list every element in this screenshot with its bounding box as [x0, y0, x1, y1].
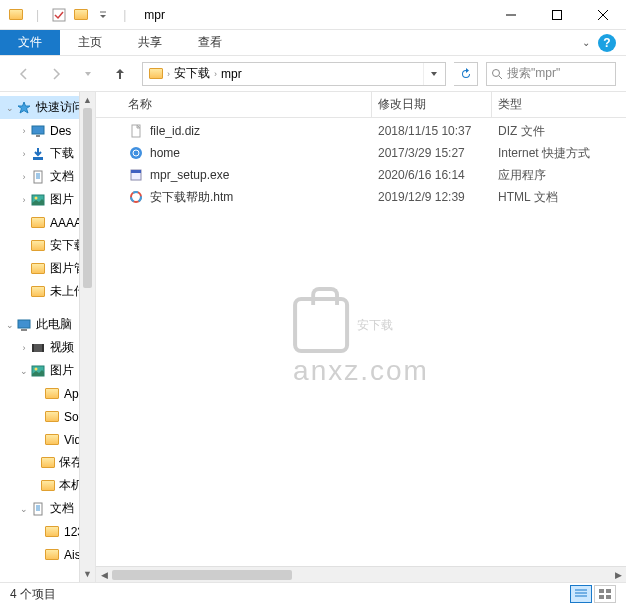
path-root-icon[interactable] — [145, 68, 167, 79]
scroll-right-icon[interactable]: ▶ — [610, 567, 626, 583]
folder-qat-icon[interactable] — [73, 7, 89, 23]
refresh-button[interactable] — [454, 62, 478, 86]
document-icon — [30, 169, 46, 185]
scroll-left-icon[interactable]: ◀ — [96, 567, 112, 583]
folder-icon — [30, 238, 46, 254]
exe-icon — [128, 167, 144, 183]
sidebar-item-label: 快速访问 — [36, 99, 84, 116]
maximize-button[interactable] — [534, 0, 580, 30]
folder-icon — [30, 284, 46, 300]
main-area: ⌄快速访问›Des›下载›文档›图片AAAAA安下载图片管未上传⌄此电脑›视频⌄… — [0, 92, 626, 582]
minimize-button[interactable] — [488, 0, 534, 30]
svg-rect-20 — [32, 344, 34, 352]
file-row[interactable]: home2017/3/29 15:27Internet 快捷方式 — [96, 142, 626, 164]
link-icon — [128, 145, 144, 161]
path-segment[interactable]: mpr — [217, 67, 246, 81]
folder-icon — [44, 547, 60, 563]
separator: | — [36, 8, 39, 22]
file-row[interactable]: mpr_setup.exe2020/6/16 16:14应用程序 — [96, 164, 626, 186]
tree-chevron-icon[interactable]: › — [18, 126, 30, 136]
ribbon-expand-icon[interactable]: ⌄ — [582, 37, 590, 48]
col-date[interactable]: 修改日期 — [372, 92, 492, 117]
sidebar-scrollbar[interactable]: ▲ ▼ — [79, 92, 95, 582]
scroll-down-icon[interactable]: ▼ — [80, 566, 95, 582]
folder-icon — [44, 432, 60, 448]
horizontal-scrollbar[interactable]: ◀ ▶ — [96, 566, 626, 582]
scroll-up-icon[interactable]: ▲ — [80, 92, 95, 108]
file-type-cell: Internet 快捷方式 — [492, 145, 612, 162]
tree-chevron-icon[interactable]: ⌄ — [18, 504, 30, 514]
scroll-thumb[interactable] — [83, 108, 92, 288]
close-button[interactable] — [580, 0, 626, 30]
tree-chevron-icon[interactable]: › — [18, 149, 30, 159]
html-icon — [128, 189, 144, 205]
svg-point-23 — [35, 367, 38, 370]
file-type-cell: HTML 文档 — [492, 189, 612, 206]
svg-line-7 — [499, 76, 502, 79]
sidebar-item-label: 此电脑 — [36, 316, 72, 333]
folder-icon — [30, 261, 46, 277]
file-name-cell: 安下载帮助.htm — [122, 189, 372, 206]
details-view-button[interactable] — [570, 585, 592, 603]
forward-button[interactable] — [42, 60, 70, 88]
col-name[interactable]: 名称 — [122, 92, 372, 117]
search-input[interactable]: 搜索"mpr" — [486, 62, 616, 86]
svg-rect-9 — [36, 135, 40, 137]
tab-view[interactable]: 查看 — [180, 30, 240, 55]
ribbon-right: ⌄ ? — [582, 30, 626, 55]
picture-icon — [30, 363, 46, 379]
file-name-cell: file_id.diz — [122, 123, 372, 139]
file-date-cell: 2020/6/16 16:14 — [372, 168, 492, 182]
path-segment[interactable]: 安下载 — [170, 65, 214, 82]
sidebar-item-label: 视频 — [50, 339, 74, 356]
file-date-cell: 2017/3/29 15:27 — [372, 146, 492, 160]
file-date-cell: 2018/11/15 10:37 — [372, 124, 492, 138]
up-button[interactable] — [106, 60, 134, 88]
address-dropdown[interactable] — [423, 63, 443, 85]
svg-rect-24 — [34, 503, 42, 515]
star-icon — [16, 100, 32, 116]
recent-dropdown[interactable] — [74, 60, 102, 88]
window-controls — [488, 0, 626, 30]
nav-bar: › 安下载 › mpr 搜索"mpr" — [0, 56, 626, 92]
qat-dropdown-icon[interactable] — [95, 7, 111, 23]
desktop-icon — [30, 123, 46, 139]
svg-rect-40 — [606, 595, 611, 599]
watermark-bag-icon — [293, 297, 349, 353]
sidebar-item-label: 图片 — [50, 362, 74, 379]
svg-point-29 — [130, 147, 142, 159]
tree-chevron-icon[interactable]: › — [18, 343, 30, 353]
svg-rect-17 — [18, 320, 30, 328]
file-list[interactable]: file_id.diz2018/11/15 10:37DIZ 文件home201… — [96, 118, 626, 566]
sidebar: ⌄快速访问›Des›下载›文档›图片AAAAA安下载图片管未上传⌄此电脑›视频⌄… — [0, 92, 96, 582]
svg-rect-3 — [553, 10, 562, 19]
tab-home[interactable]: 主页 — [60, 30, 120, 55]
icons-view-button[interactable] — [594, 585, 616, 603]
file-date-cell: 2019/12/9 12:39 — [372, 190, 492, 204]
folder-icon — [44, 409, 60, 425]
scroll-thumb[interactable] — [112, 570, 292, 580]
tree-chevron-icon[interactable]: › — [18, 195, 30, 205]
checkbox-icon[interactable] — [51, 7, 67, 23]
file-tab[interactable]: 文件 — [0, 30, 60, 55]
tree-chevron-icon[interactable]: ⌄ — [4, 103, 16, 113]
help-icon[interactable]: ? — [598, 34, 616, 52]
tab-share[interactable]: 共享 — [120, 30, 180, 55]
download-icon — [30, 146, 46, 162]
svg-rect-0 — [53, 9, 65, 21]
item-count: 4 个项目 — [10, 586, 56, 603]
search-icon — [491, 68, 503, 80]
statusbar: 4 个项目 — [0, 582, 626, 605]
tree-chevron-icon[interactable]: ⌄ — [18, 366, 30, 376]
back-button[interactable] — [10, 60, 38, 88]
file-area: 名称 修改日期 类型 file_id.diz2018/11/15 10:37DI… — [96, 92, 626, 582]
file-row[interactable]: 安下载帮助.htm2019/12/9 12:39HTML 文档 — [96, 186, 626, 208]
tree-chevron-icon[interactable]: › — [18, 172, 30, 182]
svg-rect-39 — [599, 595, 604, 599]
file-type-cell: DIZ 文件 — [492, 123, 612, 140]
file-row[interactable]: file_id.diz2018/11/15 10:37DIZ 文件 — [96, 120, 626, 142]
address-bar[interactable]: › 安下载 › mpr — [142, 62, 446, 86]
watermark-url: anxz.com — [293, 355, 429, 387]
col-type[interactable]: 类型 — [492, 92, 612, 117]
tree-chevron-icon[interactable]: ⌄ — [4, 320, 16, 330]
